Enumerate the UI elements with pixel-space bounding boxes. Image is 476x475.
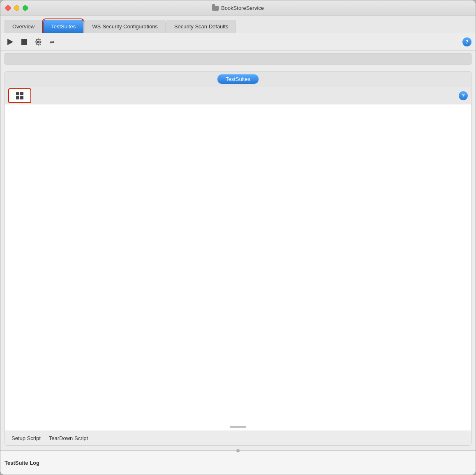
toolbar: ⇌ ? <box>0 33 476 51</box>
setup-script-tab[interactable]: Setup Script <box>12 435 41 441</box>
config-icon <box>34 38 42 46</box>
tab-security-scan[interactable]: Security Scan Defaults <box>166 20 236 33</box>
panel-header: TestSuites <box>5 71 471 87</box>
content-panel: TestSuites ? <box>5 71 471 446</box>
help-button[interactable]: ? <box>462 37 471 46</box>
traffic-lights <box>5 5 28 11</box>
stop-icon <box>21 39 27 45</box>
minimize-button[interactable] <box>14 5 19 11</box>
testsuites-list[interactable] <box>5 104 471 431</box>
tab-ws-security[interactable]: WS-Security Configurations <box>84 20 166 33</box>
title-bar: BookStoreService <box>0 0 476 16</box>
folder-icon <box>212 6 219 11</box>
maximize-button[interactable] <box>23 5 28 11</box>
tab-bar: Overview TestSuites WS-Security Configur… <box>0 16 476 33</box>
progress-bar <box>5 53 471 65</box>
main-content: TestSuites ? <box>0 67 476 450</box>
panel-title-badge: TestSuites <box>217 74 259 84</box>
tab-testsuites[interactable]: TestSuites <box>43 20 83 33</box>
inner-toolbar: ? <box>5 87 471 104</box>
stop-button[interactable] <box>18 36 30 48</box>
grid-icon <box>16 92 23 99</box>
config-button[interactable] <box>32 36 44 48</box>
scrollbar-indicator <box>230 426 246 428</box>
log-section: TestSuite Log <box>0 450 476 475</box>
window-title-area: BookStoreService <box>212 5 264 11</box>
log-label: TestSuite Log <box>5 460 39 466</box>
script-tabs: Setup Script TearDown Script <box>5 431 471 445</box>
app-window: BookStoreService Overview TestSuites WS-… <box>0 0 476 475</box>
window-title: BookStoreService <box>221 5 264 11</box>
arrows-icon: ⇌ <box>50 39 55 45</box>
inner-help-button[interactable]: ? <box>459 91 468 100</box>
arrows-button[interactable]: ⇌ <box>46 36 58 48</box>
tab-overview[interactable]: Overview <box>5 20 42 33</box>
teardown-script-tab[interactable]: TearDown Script <box>49 435 88 441</box>
close-button[interactable] <box>5 5 11 11</box>
play-button[interactable] <box>5 36 16 48</box>
svg-point-1 <box>37 41 39 43</box>
play-icon <box>7 39 13 45</box>
add-testsuite-button[interactable] <box>8 88 31 103</box>
divider-dot <box>236 449 240 452</box>
